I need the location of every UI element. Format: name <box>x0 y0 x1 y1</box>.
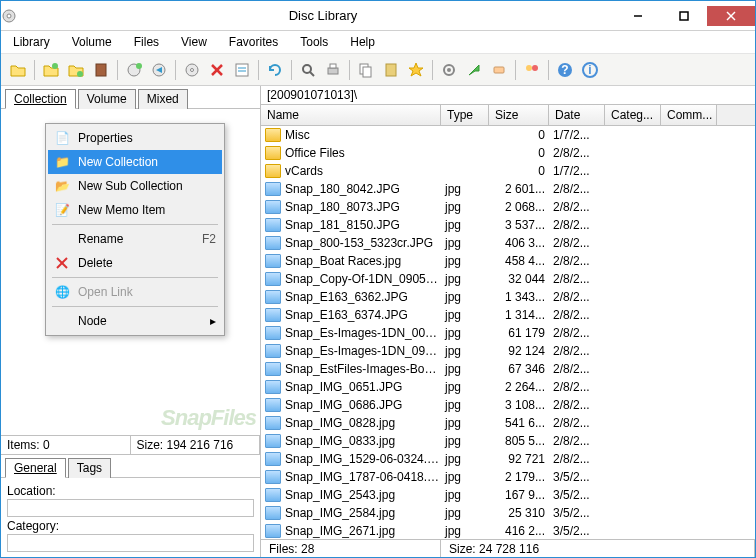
file-date: 2/8/2... <box>553 434 609 448</box>
column-name[interactable]: Name <box>261 105 441 125</box>
info-icon[interactable]: i <box>579 59 601 81</box>
book-icon[interactable] <box>90 59 112 81</box>
image-file-icon <box>265 236 281 250</box>
gear-icon[interactable] <box>438 59 460 81</box>
file-row[interactable]: Snap_Copy-Of-1DN_0905-06...jpg32 0442/8/… <box>261 270 755 288</box>
file-type: jpg <box>445 290 493 304</box>
file-size: 0 <box>493 146 553 160</box>
users-icon[interactable] <box>521 59 543 81</box>
file-row[interactable]: Snap_Boat Races.jpgjpg458 4...2/8/2... <box>261 252 755 270</box>
menu-volume[interactable]: Volume <box>68 33 116 51</box>
left-panel: Collection Volume Mixed SnapFiles 📄Prope… <box>1 86 261 558</box>
menu-view[interactable]: View <box>177 33 211 51</box>
menu-item-new-sub-collection[interactable]: 📂New Sub Collection <box>48 174 222 198</box>
disc-icon[interactable] <box>181 59 203 81</box>
run-icon[interactable] <box>463 59 485 81</box>
properties-icon[interactable] <box>231 59 253 81</box>
paste-icon[interactable] <box>380 59 402 81</box>
file-name: Snap_IMG_0833.jpg <box>285 434 445 448</box>
delete-icon[interactable] <box>206 59 228 81</box>
file-row[interactable]: Snap_IMG_0686.JPGjpg3 108...2/8/2... <box>261 396 755 414</box>
file-row[interactable]: Snap_IMG_0833.jpgjpg805 5...2/8/2... <box>261 432 755 450</box>
file-date: 3/5/2... <box>553 488 609 502</box>
maximize-button[interactable] <box>661 6 707 26</box>
menu-bar: Library Volume Files View Favorites Tool… <box>1 31 755 54</box>
file-type: jpg <box>445 326 493 340</box>
refresh-icon[interactable] <box>264 59 286 81</box>
svg-rect-24 <box>363 67 371 77</box>
minimize-button[interactable] <box>615 6 661 26</box>
file-row[interactable]: Snap_IMG_1529-06-0324.JPGjpg92 7212/8/2.… <box>261 450 755 468</box>
location-field[interactable] <box>7 499 254 517</box>
image-file-icon <box>265 200 281 214</box>
category-field[interactable] <box>7 534 254 552</box>
file-row[interactable]: Snap_Es-Images-1DN_0905-...jpg92 1242/8/… <box>261 342 755 360</box>
svg-point-6 <box>52 63 58 69</box>
file-row[interactable]: Snap_180_8042.JPGjpg2 601...2/8/2... <box>261 180 755 198</box>
favorite-icon[interactable] <box>405 59 427 81</box>
file-row[interactable]: Snap_IMG_1787-06-0418.JPGjpg2 179...3/5/… <box>261 468 755 486</box>
column-comm[interactable]: Comm... <box>661 105 717 125</box>
image-file-icon <box>265 182 281 196</box>
file-type: jpg <box>445 182 493 196</box>
menu-item-delete[interactable]: Delete <box>48 251 222 275</box>
file-row[interactable]: Snap_181_8150.JPGjpg3 537...2/8/2... <box>261 216 755 234</box>
collection-tree[interactable]: SnapFiles 📄Properties📁New Collection📂New… <box>1 109 260 436</box>
menu-item-new-memo-item[interactable]: 📝New Memo Item <box>48 198 222 222</box>
file-row[interactable]: Snap_IMG_0651.JPGjpg2 264...2/8/2... <box>261 378 755 396</box>
file-row[interactable]: Office Files02/8/2... <box>261 144 755 162</box>
menu-label: Delete <box>78 256 113 270</box>
menu-item-rename[interactable]: RenameF2 <box>48 227 222 251</box>
file-name: Snap_800-153_5323cr.JPG <box>285 236 445 250</box>
file-row[interactable]: Snap_E163_6374.JPGjpg1 314...2/8/2... <box>261 306 755 324</box>
file-row[interactable]: Snap_Es-Images-1DN_0023-...jpg61 1792/8/… <box>261 324 755 342</box>
menu-item-new-collection[interactable]: 📁New Collection <box>48 150 222 174</box>
new-sub-icon[interactable] <box>65 59 87 81</box>
menu-library[interactable]: Library <box>9 33 54 51</box>
file-size: 92 124 <box>493 344 553 358</box>
file-size: 2 601... <box>493 182 553 196</box>
file-type: jpg <box>445 380 493 394</box>
column-size[interactable]: Size <box>489 105 549 125</box>
svg-rect-22 <box>330 64 336 68</box>
file-row[interactable]: Snap_E163_6362.JPGjpg1 343...2/8/2... <box>261 288 755 306</box>
file-row[interactable]: Snap_800-153_5323cr.JPGjpg406 3...2/8/2.… <box>261 234 755 252</box>
print-icon[interactable] <box>322 59 344 81</box>
new-collection-icon[interactable] <box>40 59 62 81</box>
file-row[interactable]: Snap_IMG_2543.jpgjpg167 9...3/5/2... <box>261 486 755 504</box>
search-icon[interactable] <box>297 59 319 81</box>
column-type[interactable]: Type <box>441 105 489 125</box>
menu-files[interactable]: Files <box>130 33 163 51</box>
tab-tags[interactable]: Tags <box>68 458 111 478</box>
file-row[interactable]: Snap_IMG_2671.jpgjpg416 2...3/5/2... <box>261 522 755 539</box>
tab-collection[interactable]: Collection <box>5 89 76 109</box>
file-row[interactable]: Snap_180_8073.JPGjpg2 068...2/8/2... <box>261 198 755 216</box>
tab-general[interactable]: General <box>5 458 66 478</box>
file-row[interactable]: vCards01/7/2... <box>261 162 755 180</box>
open-folder-icon[interactable] <box>7 59 29 81</box>
column-categ[interactable]: Categ... <box>605 105 661 125</box>
disc-add-icon[interactable] <box>123 59 145 81</box>
close-button[interactable] <box>707 6 755 26</box>
menu-favorites[interactable]: Favorites <box>225 33 282 51</box>
menu-help[interactable]: Help <box>346 33 379 51</box>
menu-tools[interactable]: Tools <box>296 33 332 51</box>
menu-label: Node <box>78 314 107 328</box>
menu-item-node[interactable]: Node▸ <box>48 309 222 333</box>
menu-item-properties[interactable]: 📄Properties <box>48 126 222 150</box>
file-row[interactable]: Snap_EstFiles-Images-Boat R...jpg67 3462… <box>261 360 755 378</box>
help-icon[interactable]: ? <box>554 59 576 81</box>
file-size: 0 <box>493 164 553 178</box>
file-row[interactable]: Misc01/7/2... <box>261 126 755 144</box>
tab-volume[interactable]: Volume <box>78 89 136 109</box>
file-row[interactable]: Snap_IMG_0828.jpgjpg541 6...2/8/2... <box>261 414 755 432</box>
file-row[interactable]: Snap_IMG_2584.jpgjpg25 3103/5/2... <box>261 504 755 522</box>
tag-icon[interactable] <box>488 59 510 81</box>
copy-icon[interactable] <box>355 59 377 81</box>
tab-mixed[interactable]: Mixed <box>138 89 188 109</box>
disc-back-icon[interactable] <box>148 59 170 81</box>
image-file-icon <box>265 272 281 286</box>
column-date[interactable]: Date <box>549 105 605 125</box>
file-list[interactable]: Misc01/7/2...Office Files02/8/2...vCards… <box>261 126 755 539</box>
image-file-icon <box>265 380 281 394</box>
